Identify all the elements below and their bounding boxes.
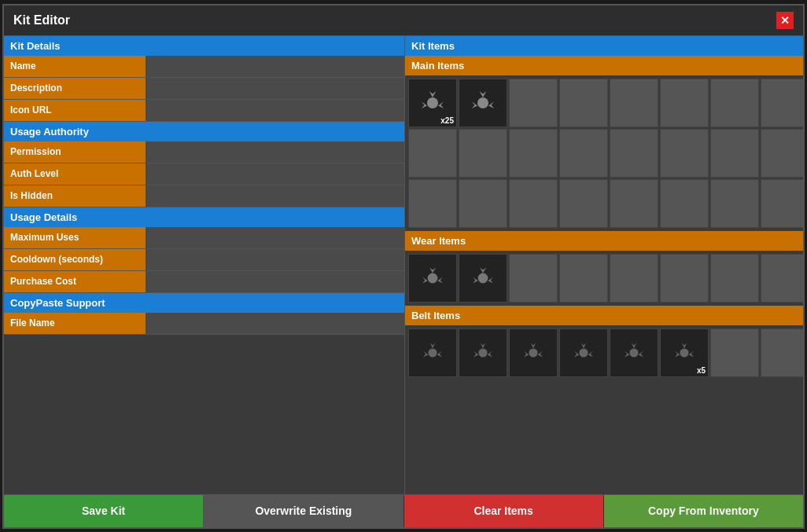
kit-items-header: Kit Items xyxy=(405,36,803,56)
auth-level-label: Auth Level xyxy=(4,163,146,185)
cooldown-input[interactable] xyxy=(146,249,404,270)
main-item-slot-22[interactable] xyxy=(710,179,759,228)
main-item-slot-6[interactable] xyxy=(710,79,759,127)
is-hidden-row: Is Hidden xyxy=(4,185,404,207)
wear-item-slot-5[interactable] xyxy=(660,254,709,303)
copy-from-inventory-button[interactable]: Copy From Inventory xyxy=(604,495,803,527)
max-uses-label: Maximum Uses xyxy=(4,227,146,248)
svg-point-9 xyxy=(680,348,688,357)
name-label: Name xyxy=(4,56,146,77)
svg-point-5 xyxy=(478,348,487,357)
clear-items-button[interactable]: Clear Items xyxy=(404,495,604,527)
title-bar: Kit Editor ✕ xyxy=(4,6,803,36)
main-item-slot-19[interactable] xyxy=(559,179,608,228)
close-button[interactable]: ✕ xyxy=(776,12,794,29)
main-item-slot-7[interactable] xyxy=(761,79,803,127)
main-item-slot-14[interactable] xyxy=(710,129,759,178)
wear-item-slot-2[interactable] xyxy=(509,254,558,303)
wear-items-header: Wear Items xyxy=(405,231,803,251)
max-uses-input[interactable] xyxy=(146,227,404,248)
left-panel: Kit Details Name Description Icon URL Us… xyxy=(4,36,405,494)
main-item-slot-2[interactable] xyxy=(509,79,558,127)
belt-items-header: Belt Items xyxy=(405,306,803,325)
svg-point-8 xyxy=(629,348,638,357)
wear-item-slot-7[interactable] xyxy=(761,254,803,303)
svg-point-6 xyxy=(529,348,537,357)
permission-input[interactable] xyxy=(146,141,404,163)
auth-level-row: Auth Level xyxy=(4,163,404,185)
description-input[interactable] xyxy=(146,78,404,99)
main-item-slot-8[interactable] xyxy=(408,129,457,178)
bottom-bar: Save Kit Overwrite Existing Clear Items … xyxy=(4,494,803,527)
file-name-row: File Name xyxy=(4,313,404,335)
permission-row: Permission xyxy=(4,141,404,163)
main-items-header: Main Items xyxy=(405,56,803,75)
belt-item-slot-2[interactable] xyxy=(509,328,558,377)
icon-url-row: Icon URL xyxy=(4,100,404,122)
wear-item-slot-4[interactable] xyxy=(610,254,658,303)
main-item-slot-5[interactable] xyxy=(660,79,709,127)
belt-item-count-5: x5 xyxy=(697,366,706,375)
main-item-slot-13[interactable] xyxy=(660,129,709,178)
purchase-cost-input[interactable] xyxy=(146,271,404,292)
save-kit-button[interactable]: Save Kit xyxy=(4,495,204,527)
belt-item-slot-6[interactable] xyxy=(710,328,759,377)
main-item-slot-0[interactable]: x25 xyxy=(408,79,457,127)
main-item-slot-10[interactable] xyxy=(509,129,558,178)
max-uses-row: Maximum Uses xyxy=(4,227,404,249)
file-name-label: File Name xyxy=(4,313,146,334)
is-hidden-input[interactable] xyxy=(146,185,404,207)
icon-url-input[interactable] xyxy=(146,100,404,121)
cooldown-row: Cooldown (seconds) xyxy=(4,249,404,271)
main-item-slot-1[interactable] xyxy=(459,79,507,127)
wear-item-slot-1[interactable] xyxy=(459,254,507,303)
svg-point-7 xyxy=(579,348,588,357)
belt-item-slot-3[interactable] xyxy=(559,328,608,377)
copypaste-header: CopyPaste Support xyxy=(4,293,404,313)
belt-item-slot-0[interactable] xyxy=(408,328,457,377)
description-row: Description xyxy=(4,78,404,100)
main-item-slot-17[interactable] xyxy=(459,179,507,228)
svg-point-4 xyxy=(428,348,437,357)
cooldown-label: Cooldown (seconds) xyxy=(4,249,146,270)
main-item-slot-21[interactable] xyxy=(660,179,709,228)
main-item-slot-9[interactable] xyxy=(459,129,507,178)
kit-editor-window: Kit Editor ✕ Kit Details Name Descriptio… xyxy=(2,4,805,529)
purchase-cost-row: Purchase Cost xyxy=(4,271,404,293)
svg-point-0 xyxy=(427,97,438,108)
wear-item-slot-6[interactable] xyxy=(710,254,759,303)
main-item-slot-20[interactable] xyxy=(610,179,658,228)
main-item-slot-11[interactable] xyxy=(559,129,608,178)
svg-point-3 xyxy=(478,273,488,283)
main-item-slot-4[interactable] xyxy=(610,79,658,127)
main-item-count-0: x25 xyxy=(440,116,454,125)
kit-details-header: Kit Details xyxy=(4,36,404,56)
overwrite-existing-button[interactable]: Overwrite Existing xyxy=(204,495,404,527)
svg-point-2 xyxy=(428,273,438,283)
usage-details-header: Usage Details xyxy=(4,207,404,227)
main-content: Kit Details Name Description Icon URL Us… xyxy=(4,36,803,494)
main-item-slot-16[interactable] xyxy=(408,179,457,228)
belt-item-slot-7[interactable] xyxy=(761,328,803,377)
description-label: Description xyxy=(4,78,146,99)
name-input[interactable] xyxy=(146,56,404,77)
name-row: Name xyxy=(4,56,404,78)
main-item-slot-12[interactable] xyxy=(610,129,658,178)
is-hidden-label: Is Hidden xyxy=(4,185,146,207)
wear-item-slot-0[interactable] xyxy=(408,254,457,303)
main-item-slot-3[interactable] xyxy=(559,79,608,127)
belt-item-slot-5[interactable]: x5 xyxy=(660,328,709,377)
svg-point-1 xyxy=(477,97,488,108)
icon-url-label: Icon URL xyxy=(4,100,146,121)
belt-item-slot-1[interactable] xyxy=(459,328,507,377)
main-item-slot-23[interactable] xyxy=(761,179,803,228)
window-title: Kit Editor xyxy=(13,13,70,28)
purchase-cost-label: Purchase Cost xyxy=(4,271,146,292)
right-panel: Kit Items Main Items x25 xyxy=(405,36,803,494)
auth-level-input[interactable] xyxy=(146,163,404,185)
belt-item-slot-4[interactable] xyxy=(610,328,658,377)
main-item-slot-18[interactable] xyxy=(509,179,558,228)
main-item-slot-15[interactable] xyxy=(761,129,803,178)
wear-item-slot-3[interactable] xyxy=(559,254,608,303)
file-name-input[interactable] xyxy=(146,313,404,334)
